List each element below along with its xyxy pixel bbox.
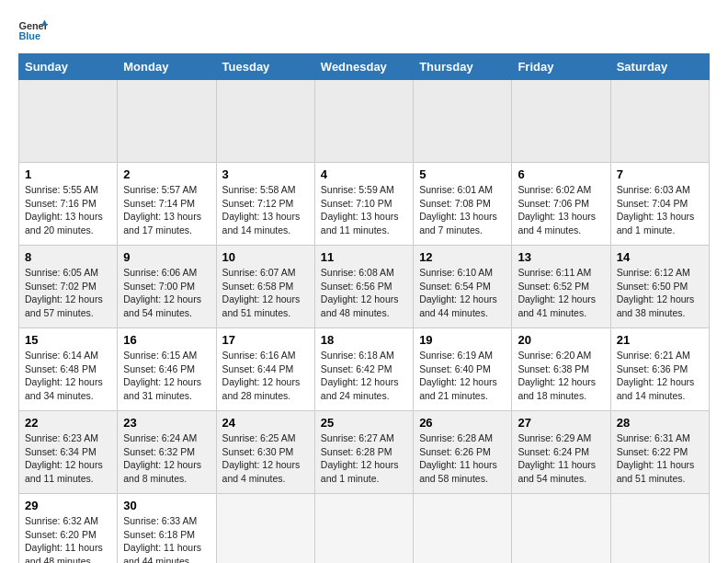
day-number: 7 (617, 167, 703, 181)
calendar-cell (512, 494, 610, 564)
calendar-cell: 23Sunrise: 6:24 AMSunset: 6:32 PMDayligh… (118, 411, 216, 494)
day-info: Sunrise: 6:23 AMSunset: 6:34 PMDaylight:… (25, 431, 111, 486)
calendar-header-row: SundayMondayTuesdayWednesdayThursdayFrid… (19, 54, 710, 80)
day-info: Sunrise: 6:01 AMSunset: 7:08 PMDaylight:… (419, 183, 506, 237)
logo: General Blue (18, 18, 51, 44)
calendar-cell: 11Sunrise: 6:08 AMSunset: 6:56 PMDayligh… (314, 246, 413, 328)
calendar-table: SundayMondayTuesdayWednesdayThursdayFrid… (18, 53, 710, 563)
day-number: 15 (25, 333, 111, 347)
day-info: Sunrise: 6:10 AMSunset: 6:54 PMDaylight:… (419, 266, 506, 320)
day-info: Sunrise: 6:19 AMSunset: 6:40 PMDaylight:… (419, 349, 506, 403)
calendar-cell (118, 80, 216, 163)
calendar-cell: 12Sunrise: 6:10 AMSunset: 6:54 PMDayligh… (414, 246, 512, 328)
day-info: Sunrise: 6:25 AMSunset: 6:30 PMDaylight:… (222, 431, 309, 486)
day-info: Sunrise: 5:59 AMSunset: 7:10 PMDaylight:… (321, 183, 407, 237)
col-header-thursday: Thursday (414, 54, 512, 80)
calendar-cell: 10Sunrise: 6:07 AMSunset: 6:58 PMDayligh… (216, 246, 314, 328)
day-number: 21 (617, 333, 703, 347)
day-number: 4 (321, 167, 407, 181)
calendar-cell: 19Sunrise: 6:19 AMSunset: 6:40 PMDayligh… (414, 328, 512, 411)
calendar-cell: 22Sunrise: 6:23 AMSunset: 6:34 PMDayligh… (19, 411, 118, 494)
calendar-cell: 4Sunrise: 5:59 AMSunset: 7:10 PMDaylight… (314, 163, 413, 246)
calendar-cell: 3Sunrise: 5:58 AMSunset: 7:12 PMDaylight… (216, 163, 314, 246)
day-info: Sunrise: 5:58 AMSunset: 7:12 PMDaylight:… (222, 183, 309, 237)
day-info: Sunrise: 6:12 AMSunset: 6:50 PMDaylight:… (617, 266, 703, 320)
day-number: 22 (25, 416, 111, 430)
day-number: 8 (25, 250, 111, 264)
day-number: 24 (222, 416, 309, 430)
day-number: 13 (518, 250, 604, 264)
day-number: 5 (419, 167, 506, 181)
calendar-cell: 15Sunrise: 6:14 AMSunset: 6:48 PMDayligh… (19, 328, 118, 411)
calendar-cell: 13Sunrise: 6:11 AMSunset: 6:52 PMDayligh… (512, 246, 610, 328)
day-number: 1 (25, 167, 111, 181)
calendar-cell: 29Sunrise: 6:32 AMSunset: 6:20 PMDayligh… (19, 494, 118, 564)
day-info: Sunrise: 6:11 AMSunset: 6:52 PMDaylight:… (518, 266, 604, 320)
col-header-friday: Friday (512, 54, 610, 80)
calendar-cell (216, 494, 314, 564)
day-number: 26 (419, 416, 506, 430)
day-number: 25 (321, 416, 407, 430)
day-info: Sunrise: 6:18 AMSunset: 6:42 PMDaylight:… (321, 349, 407, 403)
calendar-cell: 21Sunrise: 6:21 AMSunset: 6:36 PMDayligh… (610, 328, 709, 411)
day-number: 12 (419, 250, 506, 264)
day-number: 18 (321, 333, 407, 347)
calendar-cell: 17Sunrise: 6:16 AMSunset: 6:44 PMDayligh… (216, 328, 314, 411)
day-info: Sunrise: 6:33 AMSunset: 6:18 PMDaylight:… (123, 514, 210, 563)
day-number: 14 (617, 250, 703, 264)
calendar-cell: 7Sunrise: 6:03 AMSunset: 7:04 PMDaylight… (610, 163, 709, 246)
logo-icon: General Blue (18, 18, 48, 44)
calendar-week-row: 29Sunrise: 6:32 AMSunset: 6:20 PMDayligh… (19, 494, 710, 564)
day-info: Sunrise: 5:57 AMSunset: 7:14 PMDaylight:… (123, 183, 210, 237)
calendar-cell: 27Sunrise: 6:29 AMSunset: 6:24 PMDayligh… (512, 411, 610, 494)
day-number: 3 (222, 167, 309, 181)
day-info: Sunrise: 6:05 AMSunset: 7:02 PMDaylight:… (25, 266, 111, 320)
day-number: 9 (123, 250, 210, 264)
day-info: Sunrise: 6:21 AMSunset: 6:36 PMDaylight:… (617, 349, 703, 403)
calendar-cell: 5Sunrise: 6:01 AMSunset: 7:08 PMDaylight… (414, 163, 512, 246)
calendar-cell: 25Sunrise: 6:27 AMSunset: 6:28 PMDayligh… (314, 411, 413, 494)
calendar-cell: 20Sunrise: 6:20 AMSunset: 6:38 PMDayligh… (512, 328, 610, 411)
calendar-week-row: 1Sunrise: 5:55 AMSunset: 7:16 PMDaylight… (19, 163, 710, 246)
day-info: Sunrise: 6:28 AMSunset: 6:26 PMDaylight:… (419, 431, 506, 486)
calendar-cell: 28Sunrise: 6:31 AMSunset: 6:22 PMDayligh… (610, 411, 709, 494)
calendar-cell (610, 80, 709, 163)
day-number: 23 (123, 416, 210, 430)
day-info: Sunrise: 6:31 AMSunset: 6:22 PMDaylight:… (617, 431, 703, 486)
calendar-cell (512, 80, 610, 163)
day-number: 2 (123, 167, 210, 181)
calendar-cell: 26Sunrise: 6:28 AMSunset: 6:26 PMDayligh… (414, 411, 512, 494)
calendar-cell (314, 80, 413, 163)
calendar-cell: 16Sunrise: 6:15 AMSunset: 6:46 PMDayligh… (118, 328, 216, 411)
calendar-cell (314, 494, 413, 564)
day-number: 28 (617, 416, 703, 430)
calendar-cell: 30Sunrise: 6:33 AMSunset: 6:18 PMDayligh… (118, 494, 216, 564)
calendar-cell: 6Sunrise: 6:02 AMSunset: 7:06 PMDaylight… (512, 163, 610, 246)
calendar-cell: 24Sunrise: 6:25 AMSunset: 6:30 PMDayligh… (216, 411, 314, 494)
day-info: Sunrise: 6:20 AMSunset: 6:38 PMDaylight:… (518, 349, 604, 403)
day-info: Sunrise: 6:08 AMSunset: 6:56 PMDaylight:… (321, 266, 407, 320)
day-info: Sunrise: 5:55 AMSunset: 7:16 PMDaylight:… (25, 183, 111, 237)
day-number: 6 (518, 167, 604, 181)
col-header-saturday: Saturday (610, 54, 709, 80)
day-info: Sunrise: 6:15 AMSunset: 6:46 PMDaylight:… (123, 349, 210, 403)
calendar-cell (19, 80, 118, 163)
day-number: 16 (123, 333, 210, 347)
col-header-monday: Monday (118, 54, 216, 80)
calendar-cell: 8Sunrise: 6:05 AMSunset: 7:02 PMDaylight… (19, 246, 118, 328)
calendar-week-row (19, 80, 710, 163)
day-info: Sunrise: 6:07 AMSunset: 6:58 PMDaylight:… (222, 266, 309, 320)
day-number: 30 (123, 499, 210, 512)
day-info: Sunrise: 6:14 AMSunset: 6:48 PMDaylight:… (25, 349, 111, 403)
day-number: 27 (518, 416, 604, 430)
calendar-week-row: 22Sunrise: 6:23 AMSunset: 6:34 PMDayligh… (19, 411, 710, 494)
calendar-cell: 2Sunrise: 5:57 AMSunset: 7:14 PMDaylight… (118, 163, 216, 246)
day-info: Sunrise: 6:27 AMSunset: 6:28 PMDaylight:… (321, 431, 407, 486)
day-info: Sunrise: 6:03 AMSunset: 7:04 PMDaylight:… (617, 183, 703, 237)
day-number: 17 (222, 333, 309, 347)
calendar-cell (414, 494, 512, 564)
day-number: 10 (222, 250, 309, 264)
calendar-cell: 18Sunrise: 6:18 AMSunset: 6:42 PMDayligh… (314, 328, 413, 411)
day-info: Sunrise: 6:02 AMSunset: 7:06 PMDaylight:… (518, 183, 604, 237)
day-number: 20 (518, 333, 604, 347)
